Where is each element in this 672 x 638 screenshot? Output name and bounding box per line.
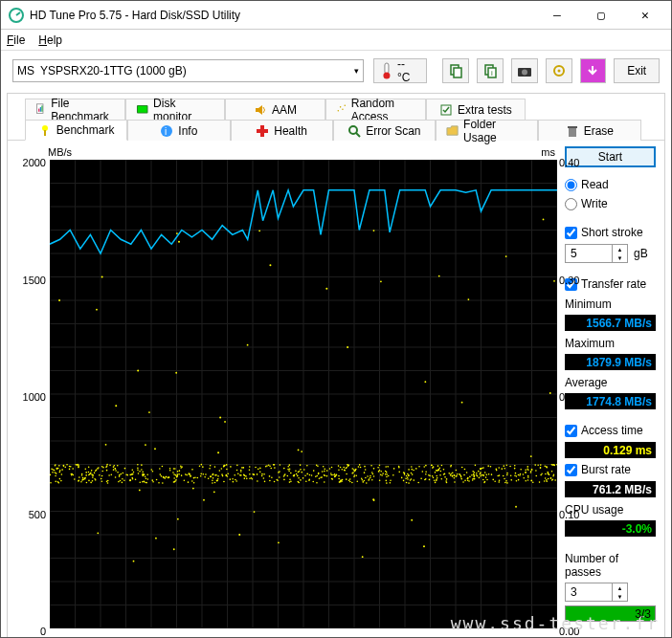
svg-point-792 xyxy=(505,255,507,257)
tab-file-benchmark[interactable]: File Benchmark xyxy=(25,99,125,120)
short-stroke-input[interactable]: ▲▼ gB xyxy=(565,244,656,263)
svg-point-524 xyxy=(169,468,171,470)
menu-file[interactable]: File xyxy=(7,33,25,47)
spin-down-icon[interactable]: ▼ xyxy=(613,253,627,262)
tab-info[interactable]: iInfo xyxy=(127,120,230,141)
svg-point-649 xyxy=(359,464,361,466)
tab-random-access[interactable]: Random Access xyxy=(325,99,426,120)
copy-button[interactable] xyxy=(442,58,469,83)
svg-point-489 xyxy=(56,473,57,474)
minimize-button[interactable]: — xyxy=(535,1,579,29)
svg-point-697 xyxy=(329,468,331,470)
svg-point-691 xyxy=(152,471,154,473)
menubar: File Help xyxy=(1,30,671,51)
svg-point-569 xyxy=(283,468,285,470)
svg-point-451 xyxy=(263,473,265,475)
window-title: HD Tune Pro 5.75 - Hard Disk/SSD Utility xyxy=(30,9,535,22)
spin-up-icon[interactable]: ▲ xyxy=(613,583,627,592)
tab-aam[interactable]: AAM xyxy=(225,99,325,120)
svg-point-455 xyxy=(219,470,221,472)
svg-point-419 xyxy=(302,477,304,479)
svg-point-709 xyxy=(289,464,291,466)
burst-rate-checkbox[interactable]: Burst rate xyxy=(565,462,656,477)
svg-point-498 xyxy=(530,471,532,473)
copy-info-button[interactable]: i xyxy=(477,58,504,83)
svg-point-316 xyxy=(274,481,276,483)
maximize-button[interactable]: ▢ xyxy=(579,1,623,29)
svg-point-757 xyxy=(504,465,505,467)
svg-point-535 xyxy=(113,466,115,468)
settings-button[interactable] xyxy=(546,58,572,83)
tab-folder-usage[interactable]: Folder Usage xyxy=(436,120,538,141)
svg-point-768 xyxy=(186,474,188,476)
svg-point-313 xyxy=(324,481,325,483)
svg-point-243 xyxy=(472,478,474,480)
svg-point-718 xyxy=(294,474,296,476)
svg-point-258 xyxy=(178,473,180,475)
passes-label: Number of passes xyxy=(565,552,656,579)
exit-button[interactable]: Exit xyxy=(614,58,660,83)
tab-error-scan[interactable]: Error Scan xyxy=(333,120,436,141)
svg-point-212 xyxy=(84,477,86,479)
svg-point-748 xyxy=(343,467,345,469)
svg-point-223 xyxy=(147,478,149,480)
svg-point-180 xyxy=(221,473,223,475)
svg-point-95 xyxy=(546,480,548,482)
write-radio[interactable]: Write xyxy=(565,196,656,211)
svg-point-461 xyxy=(365,469,367,471)
save-button[interactable] xyxy=(580,58,607,83)
svg-point-630 xyxy=(268,464,270,466)
toolbar: MS YSPSRX20-1TTG (1000 gB) ▾ -- °C i Exi… xyxy=(1,51,671,91)
svg-point-764 xyxy=(121,473,123,475)
tab-health[interactable]: Health xyxy=(231,120,333,141)
spin-up-icon[interactable]: ▲ xyxy=(613,245,627,253)
read-radio[interactable]: Read xyxy=(565,177,656,192)
svg-point-403 xyxy=(331,478,333,480)
svg-point-392 xyxy=(174,480,176,482)
svg-point-100 xyxy=(492,479,494,481)
svg-point-141 xyxy=(235,480,237,482)
svg-point-651 xyxy=(102,467,104,469)
info-icon: i xyxy=(160,124,173,138)
screenshot-button[interactable] xyxy=(511,58,538,83)
svg-point-279 xyxy=(482,475,484,477)
spin-down-icon[interactable]: ▼ xyxy=(613,592,627,601)
close-button[interactable]: ✕ xyxy=(623,1,667,29)
svg-point-740 xyxy=(514,465,516,467)
svg-point-93 xyxy=(222,475,224,477)
access-time-checkbox[interactable]: Access time xyxy=(565,423,656,438)
svg-point-425 xyxy=(54,470,56,472)
svg-point-289 xyxy=(554,479,556,481)
svg-point-114 xyxy=(249,477,251,479)
svg-point-695 xyxy=(358,466,360,468)
svg-point-550 xyxy=(332,474,334,476)
chevron-down-icon: ▾ xyxy=(354,66,359,76)
svg-point-467 xyxy=(323,466,325,468)
svg-point-168 xyxy=(349,481,351,483)
svg-point-717 xyxy=(460,475,462,477)
svg-point-793 xyxy=(154,448,156,450)
tab-erase[interactable]: Erase xyxy=(538,120,640,141)
tab-benchmark[interactable]: Benchmark xyxy=(25,120,127,141)
svg-point-304 xyxy=(445,480,447,482)
device-dropdown[interactable]: MS YSPSRX20-1TTG (1000 gB) ▾ xyxy=(12,59,364,82)
svg-point-802 xyxy=(373,230,375,231)
tab-disk-monitor[interactable]: Disk monitor xyxy=(125,99,226,120)
svg-point-825 xyxy=(254,511,256,513)
svg-point-78 xyxy=(351,482,353,484)
svg-point-752 xyxy=(354,470,356,472)
short-stroke-checkbox[interactable]: Short stroke xyxy=(565,225,656,240)
svg-point-143 xyxy=(59,478,61,480)
svg-point-205 xyxy=(518,474,520,476)
svg-point-605 xyxy=(425,471,427,473)
svg-point-660 xyxy=(324,471,325,473)
svg-point-189 xyxy=(457,473,459,475)
passes-input[interactable]: ▲▼ xyxy=(565,583,656,602)
svg-point-807 xyxy=(553,280,555,282)
svg-point-254 xyxy=(119,474,121,476)
menu-help[interactable]: Help xyxy=(38,33,62,47)
svg-point-640 xyxy=(199,465,201,467)
svg-point-819 xyxy=(203,499,205,501)
svg-point-272 xyxy=(190,475,191,477)
svg-point-311 xyxy=(552,475,554,477)
